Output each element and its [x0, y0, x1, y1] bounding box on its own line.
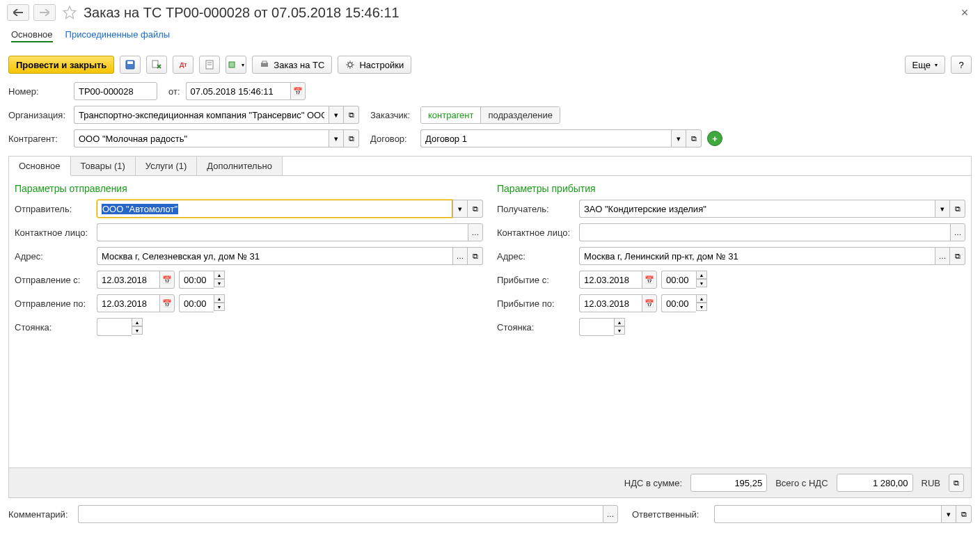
spin-up-icon[interactable]: ▲: [696, 294, 707, 303]
dropdown-icon[interactable]: ▾: [329, 106, 344, 124]
dropdown-icon[interactable]: ▾: [329, 129, 344, 147]
more-button[interactable]: Еще ▾: [905, 56, 945, 74]
dep-parking-input[interactable]: [97, 318, 132, 336]
contract-label: Договор:: [370, 134, 415, 144]
open-icon[interactable]: ⧉: [956, 505, 972, 523]
dt-kt-button[interactable]: Дт: [173, 56, 193, 74]
nds-label: НДС в сумме:: [624, 478, 682, 488]
nav-main[interactable]: Основное: [11, 28, 53, 42]
calendar-icon[interactable]: 📅: [159, 271, 175, 289]
spin-up-icon[interactable]: ▲: [132, 318, 143, 326]
address-label: Адрес:: [15, 251, 93, 262]
calendar-icon[interactable]: 📅: [642, 271, 657, 289]
spin-down-icon[interactable]: ▼: [214, 303, 225, 311]
add-contract-button[interactable]: +: [707, 131, 722, 146]
arr-parking-input[interactable]: [579, 318, 614, 336]
save-button[interactable]: [120, 56, 141, 74]
open-icon[interactable]: ⧉: [344, 129, 359, 147]
more-icon[interactable]: …: [950, 223, 965, 241]
post-button[interactable]: [146, 56, 167, 74]
date-input[interactable]: [186, 82, 290, 100]
number-input[interactable]: [74, 82, 157, 100]
dep-date-from[interactable]: [97, 271, 159, 289]
arr-parking-label: Стоянка:: [497, 322, 575, 333]
arr-to-label: Прибытие по:: [497, 298, 575, 309]
tab-main[interactable]: Основное: [9, 157, 71, 176]
calendar-icon[interactable]: 📅: [159, 294, 175, 312]
tab-goods[interactable]: Товары (1): [71, 157, 136, 175]
toggle-division[interactable]: подразделение: [480, 107, 559, 123]
dep-address-input[interactable]: [97, 247, 452, 265]
spin-down-icon[interactable]: ▼: [696, 303, 707, 311]
nds-input[interactable]: [690, 474, 767, 492]
currency-label: RUB: [922, 478, 940, 488]
arr-address-input[interactable]: [579, 247, 935, 265]
favorite-icon[interactable]: [63, 6, 77, 19]
toggle-contractor[interactable]: контрагент: [421, 107, 480, 123]
spin-up-icon[interactable]: ▲: [614, 318, 625, 326]
org-label: Организация:: [8, 110, 68, 120]
open-icon[interactable]: ⧉: [950, 200, 965, 218]
dep-time-from[interactable]: [179, 271, 214, 289]
open-icon[interactable]: ⧉: [344, 106, 359, 124]
arr-time-from[interactable]: [661, 271, 696, 289]
create-based-button[interactable]: ▾: [226, 56, 246, 74]
more-icon[interactable]: …: [603, 505, 618, 523]
spin-up-icon[interactable]: ▲: [696, 271, 707, 279]
nav-attached-files[interactable]: Присоединенные файлы: [65, 28, 171, 42]
arr-date-from[interactable]: [579, 271, 642, 289]
spin-down-icon[interactable]: ▼: [614, 326, 625, 335]
spin-down-icon[interactable]: ▼: [214, 279, 225, 287]
more-icon[interactable]: …: [935, 247, 950, 265]
dropdown-icon[interactable]: ▾: [935, 200, 950, 218]
settings-button[interactable]: Настройки: [338, 56, 411, 74]
open-icon[interactable]: ⧉: [468, 247, 483, 265]
arr-date-to[interactable]: [579, 294, 642, 312]
report-button[interactable]: [199, 56, 220, 74]
comment-input[interactable]: [78, 505, 603, 523]
dropdown-icon[interactable]: ▾: [941, 505, 956, 523]
total-input[interactable]: [837, 474, 913, 492]
org-input[interactable]: [74, 106, 329, 124]
dropdown-icon[interactable]: ▾: [671, 129, 686, 147]
contract-input[interactable]: [420, 129, 671, 147]
number-label: Номер:: [8, 86, 68, 97]
contractor-input[interactable]: [74, 129, 329, 147]
dep-time-to[interactable]: [179, 294, 214, 312]
comment-label: Комментарий:: [8, 509, 72, 520]
receiver-input[interactable]: [579, 200, 935, 218]
arr-time-to[interactable]: [661, 294, 696, 312]
contact-label: Контактное лицо:: [15, 227, 93, 238]
more-icon[interactable]: …: [452, 247, 468, 265]
spin-up-icon[interactable]: ▲: [214, 271, 225, 279]
spin-down-icon[interactable]: ▼: [696, 279, 707, 287]
open-icon[interactable]: ⧉: [686, 129, 702, 147]
post-close-button[interactable]: Провести и закрыть: [8, 56, 114, 74]
dep-date-to[interactable]: [97, 294, 159, 312]
close-button[interactable]: ×: [956, 4, 973, 21]
forward-button[interactable]: [33, 4, 56, 21]
print-order-button[interactable]: Заказ на ТС: [252, 56, 332, 74]
open-icon[interactable]: ⧉: [468, 200, 483, 218]
calendar-icon[interactable]: 📅: [290, 82, 306, 100]
spin-up-icon[interactable]: ▲: [214, 294, 225, 303]
open-icon[interactable]: ⧉: [950, 247, 965, 265]
calendar-icon[interactable]: 📅: [642, 294, 657, 312]
more-icon[interactable]: …: [468, 223, 483, 241]
dropdown-icon[interactable]: ▾: [452, 200, 468, 218]
spin-down-icon[interactable]: ▼: [132, 326, 143, 335]
dep-contact-input[interactable]: [97, 223, 468, 241]
responsible-input[interactable]: [714, 505, 941, 523]
help-button[interactable]: ?: [951, 56, 972, 74]
print-order-label: Заказ на ТС: [274, 60, 324, 70]
sender-label: Отправитель:: [15, 204, 93, 214]
back-button[interactable]: [7, 4, 29, 21]
total-label: Всего с НДС: [775, 478, 828, 488]
customer-type-toggle: контрагент подразделение: [420, 106, 560, 124]
currency-open-icon[interactable]: ⧉: [949, 474, 964, 492]
tab-services[interactable]: Услуги (1): [136, 157, 197, 175]
arr-contact-input[interactable]: [579, 223, 950, 241]
tab-extra[interactable]: Дополнительно: [197, 157, 283, 175]
arr-address-label: Адрес:: [497, 251, 575, 262]
sender-input[interactable]: ООО "Автомолот": [97, 200, 452, 218]
